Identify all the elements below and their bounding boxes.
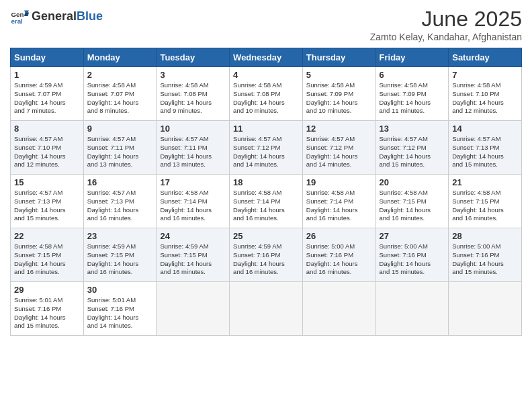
calendar-cell: [375, 282, 449, 336]
cell-line: Daylight: 14 hours: [87, 314, 153, 322]
day-number: 29: [14, 285, 80, 295]
cell-line: and 9 minutes.: [160, 107, 226, 116]
cell-content: Sunrise: 4:58 AMSunset: 7:14 PMDaylight:…: [306, 189, 372, 223]
calendar-cell: 14Sunrise: 4:57 AMSunset: 7:13 PMDayligh…: [449, 121, 522, 175]
cell-line: and 16 minutes.: [87, 268, 153, 277]
cell-content: Sunrise: 5:01 AMSunset: 7:16 PMDaylight:…: [14, 296, 80, 330]
cell-line: Sunrise: 4:59 AM: [87, 242, 153, 251]
cell-line: Sunset: 7:15 PM: [452, 197, 518, 206]
calendar-cell: 12Sunrise: 4:57 AMSunset: 7:12 PMDayligh…: [302, 121, 375, 175]
cell-line: Sunset: 7:08 PM: [160, 90, 226, 99]
cell-line: Sunset: 7:16 PM: [233, 251, 299, 260]
cell-line: Sunset: 7:14 PM: [233, 197, 299, 206]
day-number: 25: [233, 231, 299, 241]
cell-content: Sunrise: 4:59 AMSunset: 7:15 PMDaylight:…: [160, 242, 226, 277]
weekday-header-sunday: Sunday: [11, 48, 84, 67]
title-area: June 2025 Zamto Kelay, Kandahar, Afghani…: [370, 7, 522, 42]
cell-line: Sunset: 7:12 PM: [380, 144, 445, 152]
cell-content: Sunrise: 4:58 AMSunset: 7:08 PMDaylight:…: [160, 81, 226, 116]
calendar-cell: 23Sunrise: 4:59 AMSunset: 7:15 PMDayligh…: [83, 228, 157, 282]
cell-line: Daylight: 14 hours: [233, 152, 299, 161]
cell-line: Sunrise: 4:57 AM: [14, 135, 80, 144]
calendar-cell: 10Sunrise: 4:57 AMSunset: 7:11 PMDayligh…: [157, 121, 230, 175]
cell-line: Sunrise: 4:58 AM: [306, 189, 372, 197]
cell-line: Sunset: 7:12 PM: [306, 144, 372, 152]
cell-line: Daylight: 14 hours: [87, 206, 153, 215]
svg-text:eral: eral: [11, 17, 23, 25]
cell-content: Sunrise: 4:58 AMSunset: 7:14 PMDaylight:…: [160, 189, 226, 223]
svg-marker-3: [24, 12, 29, 16]
cell-line: Daylight: 14 hours: [160, 260, 226, 269]
cell-line: Daylight: 14 hours: [452, 152, 518, 161]
cell-line: and 15 minutes.: [380, 268, 445, 277]
cell-line: and 16 minutes.: [233, 268, 299, 277]
cell-line: and 10 minutes.: [233, 107, 299, 116]
cell-content: Sunrise: 5:00 AMSunset: 7:16 PMDaylight:…: [306, 242, 372, 277]
cell-content: Sunrise: 5:00 AMSunset: 7:16 PMDaylight:…: [380, 242, 445, 277]
cell-line: Sunset: 7:16 PM: [380, 251, 445, 260]
cell-line: Sunrise: 4:57 AM: [233, 135, 299, 144]
cell-line: Daylight: 14 hours: [14, 260, 80, 269]
day-number: 6: [380, 70, 445, 80]
day-number: 15: [14, 177, 80, 187]
day-number: 2: [87, 70, 153, 80]
day-number: 9: [87, 124, 153, 134]
cell-line: Sunrise: 5:01 AM: [87, 296, 153, 305]
cell-line: Sunset: 7:16 PM: [452, 251, 518, 260]
day-number: 13: [380, 124, 445, 134]
cell-content: Sunrise: 4:57 AMSunset: 7:13 PMDaylight:…: [87, 189, 153, 223]
day-number: 28: [452, 231, 518, 241]
cell-line: and 16 minutes.: [160, 214, 226, 223]
day-number: 12: [306, 124, 372, 134]
cell-content: Sunrise: 4:57 AMSunset: 7:12 PMDaylight:…: [233, 135, 299, 169]
day-number: 17: [160, 177, 226, 187]
cell-line: Sunset: 7:16 PM: [14, 305, 80, 314]
calendar-cell: 5Sunrise: 4:58 AMSunset: 7:09 PMDaylight…: [302, 67, 375, 121]
cell-content: Sunrise: 4:58 AMSunset: 7:15 PMDaylight:…: [14, 242, 80, 277]
day-number: 19: [306, 177, 372, 187]
cell-line: Sunrise: 4:58 AM: [14, 242, 80, 251]
cell-content: Sunrise: 4:58 AMSunset: 7:10 PMDaylight:…: [452, 81, 518, 116]
cell-line: Daylight: 14 hours: [306, 99, 372, 107]
cell-line: Daylight: 14 hours: [380, 99, 445, 107]
cell-line: Daylight: 14 hours: [160, 99, 226, 107]
cell-line: Sunset: 7:09 PM: [306, 90, 372, 99]
cell-line: Sunset: 7:10 PM: [452, 90, 518, 99]
cell-line: and 12 minutes.: [452, 107, 518, 116]
cell-content: Sunrise: 4:58 AMSunset: 7:15 PMDaylight:…: [452, 189, 518, 223]
calendar-cell: 17Sunrise: 4:58 AMSunset: 7:14 PMDayligh…: [157, 175, 230, 228]
week-row-1: 1Sunrise: 4:59 AMSunset: 7:07 PMDaylight…: [11, 67, 522, 121]
cell-content: Sunrise: 4:57 AMSunset: 7:13 PMDaylight:…: [452, 135, 518, 169]
cell-line: Sunset: 7:08 PM: [233, 90, 299, 99]
calendar-cell: 27Sunrise: 5:00 AMSunset: 7:16 PMDayligh…: [375, 228, 449, 282]
cell-line: Sunset: 7:11 PM: [87, 144, 153, 152]
month-title: June 2025: [370, 7, 522, 32]
weekday-header-friday: Friday: [375, 48, 449, 67]
cell-content: Sunrise: 4:58 AMSunset: 7:15 PMDaylight:…: [380, 189, 445, 223]
weekday-header-saturday: Saturday: [449, 48, 522, 67]
day-number: 11: [233, 124, 299, 134]
cell-content: Sunrise: 4:57 AMSunset: 7:12 PMDaylight:…: [380, 135, 445, 169]
day-number: 10: [160, 124, 226, 134]
cell-line: and 15 minutes.: [14, 214, 80, 223]
cell-line: and 15 minutes.: [14, 322, 80, 330]
cell-line: Daylight: 14 hours: [380, 260, 445, 269]
cell-line: and 13 minutes.: [87, 161, 153, 169]
calendar-cell: 4Sunrise: 4:58 AMSunset: 7:08 PMDaylight…: [230, 67, 303, 121]
cell-line: Daylight: 14 hours: [14, 206, 80, 215]
weekday-header-wednesday: Wednesday: [230, 48, 303, 67]
cell-line: Sunrise: 4:58 AM: [452, 189, 518, 197]
day-number: 20: [380, 177, 445, 187]
cell-line: Sunrise: 4:58 AM: [452, 81, 518, 90]
calendar-cell: 2Sunrise: 4:58 AMSunset: 7:07 PMDaylight…: [83, 67, 157, 121]
cell-line: Daylight: 14 hours: [160, 206, 226, 215]
cell-line: Daylight: 14 hours: [87, 260, 153, 269]
day-number: 18: [233, 177, 299, 187]
cell-line: and 16 minutes.: [160, 268, 226, 277]
cell-line: Daylight: 14 hours: [306, 206, 372, 215]
cell-line: Sunset: 7:07 PM: [87, 90, 153, 99]
cell-line: Sunset: 7:11 PM: [160, 144, 226, 152]
cell-content: Sunrise: 4:57 AMSunset: 7:11 PMDaylight:…: [160, 135, 226, 169]
day-number: 16: [87, 177, 153, 187]
cell-content: Sunrise: 4:57 AMSunset: 7:13 PMDaylight:…: [14, 189, 80, 223]
